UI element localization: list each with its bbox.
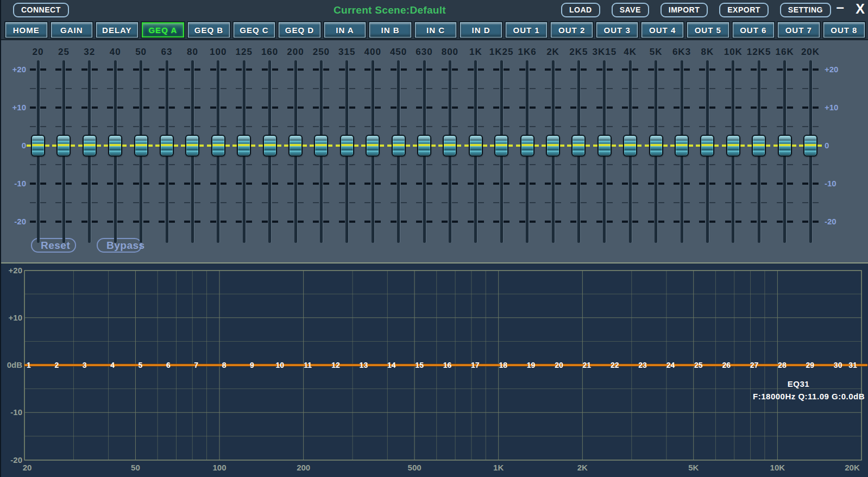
tab-geq-b[interactable]: GEQ B [188, 22, 230, 37]
connect-button[interactable]: CONNECT [13, 3, 69, 17]
eq-point-23[interactable]: 23 [638, 361, 647, 369]
tick-mark [761, 88, 767, 89]
geq-slider-thumb-80[interactable] [185, 135, 199, 156]
eq-point-20[interactable]: 20 [555, 361, 563, 369]
eq-point-13[interactable]: 13 [360, 361, 368, 369]
import-button[interactable]: IMPORT [661, 3, 708, 17]
eq-point-16[interactable]: 16 [443, 361, 452, 369]
eq-point-28[interactable]: 28 [778, 361, 787, 369]
geq-slider-thumb-3k15[interactable] [597, 135, 612, 156]
save-button[interactable]: SAVE [612, 3, 649, 17]
bypass-button[interactable]: Bypass [97, 238, 142, 253]
eq-point-12[interactable]: 12 [331, 361, 340, 369]
tab-in-a[interactable]: IN A [324, 22, 366, 37]
geq-slider-thumb-20[interactable] [31, 135, 45, 156]
eq-point-7[interactable]: 7 [194, 361, 198, 369]
geq-slider-thumb-16k[interactable] [778, 135, 792, 156]
geq-slider-thumb-100[interactable] [211, 135, 225, 156]
tab-gain[interactable]: GAIN [51, 22, 93, 37]
geq-slider-thumb-125[interactable] [237, 135, 251, 156]
tick-mark [735, 88, 741, 89]
eq-point-22[interactable]: 22 [611, 361, 619, 369]
geq-slider-thumb-8k[interactable] [700, 135, 714, 156]
eq-point-29[interactable]: 29 [806, 361, 814, 369]
export-button[interactable]: EXPORT [719, 3, 769, 17]
geq-slider-thumb-250[interactable] [314, 135, 328, 156]
geq-slider-thumb-5k[interactable] [649, 135, 663, 156]
minimize-button[interactable]: – [836, 0, 844, 16]
eq-point-2[interactable]: 2 [54, 361, 59, 369]
tab-out-4[interactable]: OUT 4 [641, 22, 683, 37]
geq-slider-thumb-2k[interactable] [546, 135, 560, 156]
eq-point-6[interactable]: 6 [166, 361, 171, 369]
eq-point-27[interactable]: 27 [750, 361, 759, 369]
eq-point-31[interactable]: 31 [848, 361, 857, 369]
geq-slider-thumb-40[interactable] [108, 135, 122, 156]
tab-out-2[interactable]: OUT 2 [551, 22, 593, 37]
geq-slider-thumb-315[interactable] [340, 135, 354, 156]
geq-slider-thumb-450[interactable] [392, 135, 406, 156]
eq-point-24[interactable]: 24 [666, 361, 675, 369]
eq-point-10[interactable]: 10 [276, 361, 285, 369]
eq-point-11[interactable]: 11 [304, 361, 312, 369]
geq-slider-thumb-1k25[interactable] [494, 135, 508, 156]
tick-mark [349, 106, 355, 109]
geq-slider-thumb-160[interactable] [263, 135, 277, 156]
geq-slider-thumb-10k[interactable] [726, 135, 740, 156]
eq-point-5[interactable]: 5 [139, 361, 143, 369]
tab-geq-a[interactable]: GEQ A [142, 22, 185, 37]
tab-geq-c[interactable]: GEQ C [234, 22, 275, 37]
tick-mark [298, 68, 304, 71]
eq-point-26[interactable]: 26 [722, 361, 731, 369]
eq-point-21[interactable]: 21 [583, 361, 592, 369]
load-button[interactable]: LOAD [561, 3, 600, 17]
eq-point-17[interactable]: 17 [471, 361, 480, 369]
tick-mark [442, 126, 448, 127]
eq-point-14[interactable]: 14 [387, 361, 396, 369]
eq-point-8[interactable]: 8 [222, 361, 227, 369]
geq-slider-thumb-32[interactable] [83, 135, 97, 156]
tab-home[interactable]: HOME [5, 22, 47, 37]
eq-point-1[interactable]: 1 [27, 361, 31, 369]
tick-mark [725, 106, 731, 109]
geq-slider-thumb-1k[interactable] [469, 135, 483, 156]
eq-point-9[interactable]: 9 [250, 361, 254, 369]
geq-slider-thumb-25[interactable] [56, 135, 71, 156]
tab-in-c[interactable]: IN C [415, 22, 457, 37]
geq-slider-thumb-200[interactable] [288, 135, 303, 156]
tab-in-d[interactable]: IN D [460, 22, 502, 37]
tab-out-3[interactable]: OUT 3 [596, 22, 638, 37]
geq-slider-thumb-2k5[interactable] [571, 135, 586, 156]
eq-point-15[interactable]: 15 [415, 361, 424, 369]
geq-slider-thumb-6k3[interactable] [675, 135, 689, 156]
eq-point-30[interactable]: 30 [834, 361, 842, 369]
tab-geq-d[interactable]: GEQ D [279, 22, 320, 37]
geq-slider-thumb-63[interactable] [160, 135, 174, 156]
tick-mark [530, 183, 536, 185]
geq-slider-thumb-400[interactable] [366, 135, 380, 156]
tab-out-6[interactable]: OUT 6 [733, 22, 775, 37]
eq-point-4[interactable]: 4 [110, 361, 115, 369]
setting-button[interactable]: SETTING [780, 3, 831, 17]
tick-mark [66, 164, 72, 165]
tab-out-5[interactable]: OUT 5 [687, 22, 729, 37]
graph-xlabel-200: 200 [297, 463, 310, 472]
geq-slider-thumb-4k[interactable] [623, 135, 637, 156]
close-button[interactable]: X [856, 1, 865, 17]
geq-slider-thumb-50[interactable] [134, 135, 148, 156]
tab-delay[interactable]: DELAY [96, 22, 138, 37]
tab-out-8[interactable]: OUT 8 [823, 22, 865, 37]
geq-slider-thumb-20k[interactable] [803, 135, 817, 156]
eq-point-18[interactable]: 18 [499, 361, 507, 369]
tab-out-7[interactable]: OUT 7 [778, 22, 820, 37]
zero-indicator-dash [379, 145, 384, 147]
tab-out-1[interactable]: OUT 1 [506, 22, 548, 37]
geq-slider-thumb-800[interactable] [443, 135, 457, 156]
eq-point-19[interactable]: 19 [527, 361, 536, 369]
tab-in-b[interactable]: IN B [369, 22, 411, 37]
eq-point-3[interactable]: 3 [83, 361, 87, 369]
geq-slider-thumb-630[interactable] [417, 135, 431, 156]
eq-point-25[interactable]: 25 [694, 361, 703, 369]
geq-slider-thumb-12k5[interactable] [752, 135, 766, 156]
geq-slider-thumb-1k6[interactable] [520, 135, 534, 156]
